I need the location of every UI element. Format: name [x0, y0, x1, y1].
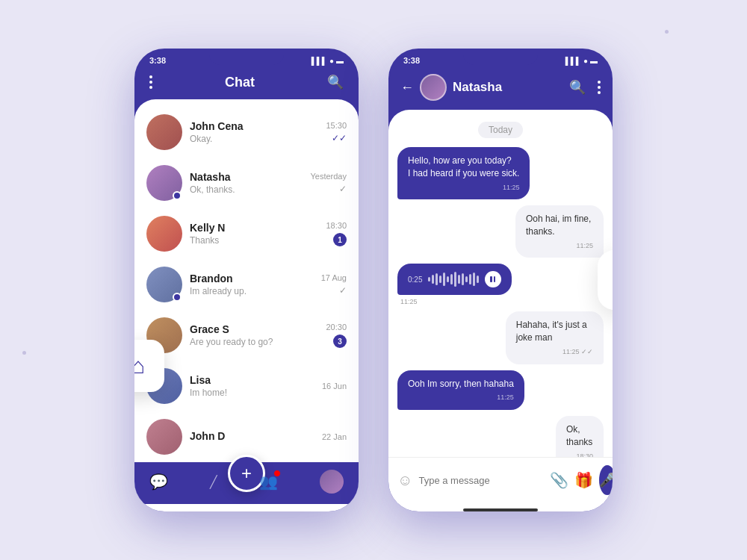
battery-icon-2: ▬ [590, 57, 598, 65]
back-button[interactable]: ← [400, 80, 414, 96]
wave-bar [428, 277, 430, 281]
wave-bar [450, 274, 453, 284]
chat-name: Kelly N [190, 222, 326, 234]
chat-preview: Ok, thanks. [190, 184, 310, 195]
fab-plus-icon: + [241, 463, 252, 484]
chat-meta: 16 Jun [322, 382, 347, 391]
dot-pattern-bottom-left: for(let i=0;i<32;i++) document.currentSc… [22, 351, 82, 500]
nav-activity[interactable]: ╱ [210, 475, 217, 489]
wifi-icon-2: ● [583, 57, 588, 65]
avatar-wrap [146, 419, 182, 455]
chat-info: Lisa Im home! [190, 374, 322, 398]
wave-bar [458, 275, 460, 284]
menu-button[interactable] [149, 75, 152, 89]
chat-info: Natasha Ok, thanks. [190, 171, 310, 195]
search-button-1[interactable]: 🔍 [327, 74, 344, 90]
unread-badge: 1 [333, 233, 347, 246]
dot-pattern-top-right: for(let i=0;i<32;i++) document.currentSc… [665, 30, 725, 179]
msg-text-1: Hello, how are you today?I had heard if … [408, 155, 519, 180]
chat-item[interactable]: Kelly N Thanks 18:30 1 [134, 208, 359, 259]
pause-button[interactable] [485, 271, 501, 287]
chat-preview: Are you ready to go? [190, 337, 326, 347]
chat-list-container: John Cena Okay. 15:30 ✓✓ Natasha Ok, tha… [134, 99, 359, 511]
chat-preview: Okay. [190, 134, 326, 144]
chat-meta: 18:30 1 [326, 221, 347, 246]
mic-button[interactable]: 🎤 [599, 465, 613, 495]
chat-meta: 22 Jan [322, 432, 347, 441]
nav-contacts[interactable]: 👥 [259, 473, 278, 491]
chat-list: John Cena Okay. 15:30 ✓✓ Natasha Ok, tha… [134, 107, 359, 462]
chat-title: Chat [225, 75, 255, 90]
search-float-symbol: 🔍 [611, 264, 613, 296]
search-float-icon[interactable]: 🔍 [598, 250, 613, 310]
chat-avatar [146, 419, 182, 455]
chat-meta: 20:30 3 [326, 323, 347, 348]
wave-bar [432, 275, 434, 284]
status-icons-1: ▌▌▌ ● ▬ [311, 57, 344, 65]
chat-name: John D [190, 430, 322, 442]
msg-time-2: 11:25 [408, 393, 514, 402]
msg-text-2: Ooh Im sorry, then hahaha [408, 378, 514, 391]
phone-chat-list: ⌂ 3:38 ▌▌▌ ● ▬ Chat 🔍 [134, 49, 359, 511]
attach-button[interactable]: 📎 [550, 471, 568, 489]
bottom-nav: 💬 ╱ + 👥 [134, 462, 359, 504]
chat-info: John Cena Okay. [190, 120, 326, 144]
chat-info: Kelly N Thanks [190, 222, 326, 246]
avatar-wrap [146, 165, 182, 201]
wave-bar [465, 276, 468, 282]
msg-time-r2: 11:25 ✓✓ [516, 347, 593, 357]
nav-profile[interactable] [320, 470, 344, 494]
msg-sent-1: Hello, how are you today?I had heard if … [397, 147, 530, 199]
chat-time: 17 Aug [321, 273, 347, 282]
nav-chat[interactable]: 💬 [149, 473, 168, 491]
search-button-2[interactable]: 🔍 [569, 79, 586, 96]
chat-meta: 15:30 ✓✓ [326, 121, 347, 143]
chat-name: John Cena [190, 120, 326, 132]
wifi-icon: ● [329, 57, 334, 65]
gift-button[interactable]: 🎁 [574, 471, 593, 489]
wave-bar [436, 273, 438, 285]
chat-name: Brandon [190, 273, 321, 284]
msg-time-r1: 11:25 [526, 241, 593, 251]
chat-item[interactable]: John Cena Okay. 15:30 ✓✓ [134, 107, 359, 158]
chat-info: Brandon Im already up. [190, 273, 321, 296]
signal-icon-2: ▌▌▌ [565, 57, 581, 65]
msg-text-r3: Ok, thanks [566, 423, 593, 449]
chat-info: John D [190, 430, 322, 444]
chat-name: Grace S [190, 323, 326, 335]
chat-preview: Im already up. [190, 286, 321, 296]
phone-notch-2 [463, 49, 538, 65]
chat-time: 15:30 [326, 121, 347, 130]
more-button[interactable] [598, 81, 601, 94]
emoji-button[interactable]: ☺ [397, 472, 412, 489]
chat-item[interactable]: Brandon Im already up. 17 Aug ✓ [134, 259, 359, 310]
msg-time-1: 11:25 [408, 183, 519, 193]
battery-icon: ▬ [336, 57, 344, 65]
msg-text-r2: Hahaha, it's just a joke man [516, 319, 593, 344]
message-input[interactable] [418, 475, 544, 486]
chat-item[interactable]: Grace S Are you ready to go? 20:30 3 [134, 310, 359, 361]
msg-time-r3: 18:30 ✓✓ [566, 452, 593, 457]
wave-bar [439, 276, 441, 283]
chat-avatar [146, 216, 182, 252]
phone2-header: ← Natasha 🔍 [388, 68, 613, 110]
wave-bar [447, 276, 449, 282]
online-indicator [173, 191, 182, 200]
chat-item[interactable]: Natasha Ok, thanks. Yesterday ✓ [134, 158, 359, 208]
profile-avatar-nav [320, 470, 344, 494]
chat-time: Yesterday [310, 172, 347, 181]
chat-items-list: John Cena Okay. 15:30 ✓✓ Natasha Ok, tha… [134, 107, 359, 462]
contact-avatar [420, 74, 447, 101]
pause-icon [490, 276, 496, 283]
phone1-content: 3:38 ▌▌▌ ● ▬ Chat 🔍 [134, 49, 359, 511]
home-float-icon[interactable]: ⌂ [134, 340, 164, 392]
chat-info: Grace S Are you ready to go? [190, 323, 326, 347]
date-divider: Today [478, 122, 523, 138]
msg-received-1: Ooh hai, im fine, thanks. 11:25 [515, 205, 604, 258]
chat-time: 18:30 [326, 221, 347, 230]
avatar-wrap [146, 114, 182, 150]
chat-item[interactable]: Lisa Im home! 16 Jun [134, 361, 359, 411]
chat-time: 22 Jan [322, 432, 347, 441]
voice-duration: 0:25 [408, 276, 422, 284]
voice-time: 11:25 [400, 298, 418, 305]
